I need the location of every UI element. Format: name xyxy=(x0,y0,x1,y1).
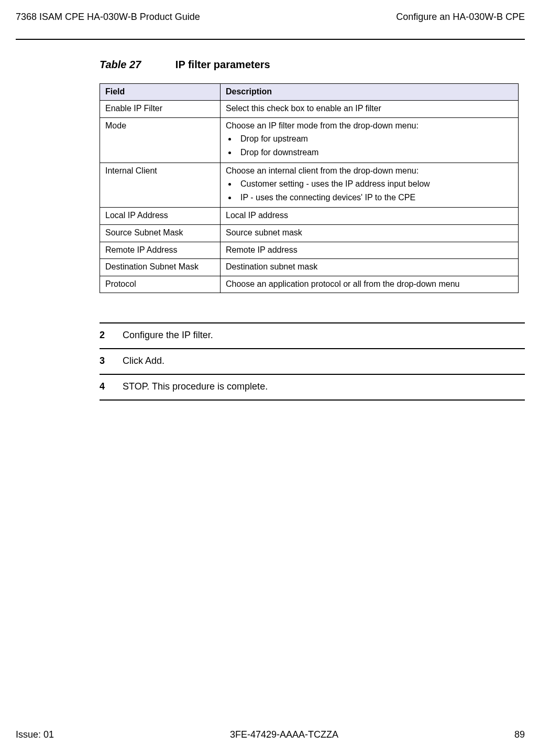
list-item: Drop for upstream xyxy=(237,132,514,145)
page-header: 7368 ISAM CPE HA-030W-B Product Guide Co… xyxy=(16,12,525,23)
list-item: Drop for downstream xyxy=(237,146,514,158)
cell-desc-list: Drop for upstream Drop for downstream xyxy=(226,132,514,158)
cell-field: Protocol xyxy=(100,276,221,293)
cell-desc: Choose an IP filter mode from the drop-d… xyxy=(221,117,519,163)
list-item: Customer setting - uses the IP address i… xyxy=(237,177,514,190)
table-row: Local IP Address Local IP address xyxy=(100,208,519,225)
col-header-field: Field xyxy=(100,83,221,101)
table-row: Remote IP Address Remote IP address xyxy=(100,242,519,259)
table-row: Internal Client Choose an internal clien… xyxy=(100,163,519,208)
content-area: Table 27 IP filter parameters Field Desc… xyxy=(100,59,525,401)
cell-desc: Local IP address xyxy=(221,208,519,225)
cell-field: Enable IP Filter xyxy=(100,101,221,118)
procedure-steps: 2 Configure the IP filter. 3 Click Add. … xyxy=(100,322,525,401)
cell-desc: Remote IP address xyxy=(221,242,519,259)
footer-right: 89 xyxy=(514,729,525,740)
step-number: 3 xyxy=(100,355,123,366)
header-right: Configure an HA-030W-B CPE xyxy=(396,12,525,23)
cell-field: Source Subnet Mask xyxy=(100,224,221,242)
cell-desc: Source subnet mask xyxy=(221,224,519,242)
footer-center: 3FE-47429-AAAA-TCZZA xyxy=(230,729,338,740)
table-number: Table 27 xyxy=(100,59,141,70)
step-row: 3 Click Add. xyxy=(100,348,525,374)
step-row: 4 STOP. This procedure is complete. xyxy=(100,374,525,401)
parameters-table: Field Description Enable IP Filter Selec… xyxy=(100,83,519,294)
table-row: Destination Subnet Mask Destination subn… xyxy=(100,259,519,276)
cell-field: Local IP Address xyxy=(100,208,221,225)
step-text: Configure the IP filter. xyxy=(123,330,213,341)
table-title: IP filter parameters xyxy=(175,59,270,70)
table-row: Protocol Choose an application protocol … xyxy=(100,276,519,293)
step-number: 2 xyxy=(100,330,123,341)
header-left: 7368 ISAM CPE HA-030W-B Product Guide xyxy=(16,12,200,23)
table-row: Mode Choose an IP filter mode from the d… xyxy=(100,117,519,163)
table-row: Enable IP Filter Select this check box t… xyxy=(100,101,519,118)
cell-desc-intro: Choose an internal client from the drop-… xyxy=(226,166,419,175)
cell-desc: Choose an internal client from the drop-… xyxy=(221,163,519,208)
page-footer: Issue: 01 3FE-47429-AAAA-TCZZA 89 xyxy=(16,729,525,740)
step-row: 2 Configure the IP filter. xyxy=(100,322,525,348)
cell-desc: Select this check box to enable an IP fi… xyxy=(221,101,519,118)
table-header-row: Field Description xyxy=(100,83,519,101)
cell-field: Mode xyxy=(100,117,221,163)
step-text: STOP. This procedure is complete. xyxy=(123,381,268,392)
table-row: Source Subnet Mask Source subnet mask xyxy=(100,224,519,242)
step-number: 4 xyxy=(100,381,123,392)
table-caption: Table 27 IP filter parameters xyxy=(100,59,525,71)
header-rule xyxy=(16,39,525,40)
page: 7368 ISAM CPE HA-030W-B Product Guide Co… xyxy=(0,0,550,756)
col-header-description: Description xyxy=(221,83,519,101)
cell-desc: Choose an application protocol or all fr… xyxy=(221,276,519,293)
footer-left: Issue: 01 xyxy=(16,729,54,740)
cell-field: Destination Subnet Mask xyxy=(100,259,221,276)
list-item: IP - uses the connecting devices' IP to … xyxy=(237,191,514,203)
cell-field: Internal Client xyxy=(100,163,221,208)
cell-desc-list: Customer setting - uses the IP address i… xyxy=(226,177,514,203)
cell-field: Remote IP Address xyxy=(100,242,221,259)
cell-desc: Destination subnet mask xyxy=(221,259,519,276)
cell-desc-intro: Choose an IP filter mode from the drop-d… xyxy=(226,121,419,130)
step-text: Click Add. xyxy=(123,355,164,366)
